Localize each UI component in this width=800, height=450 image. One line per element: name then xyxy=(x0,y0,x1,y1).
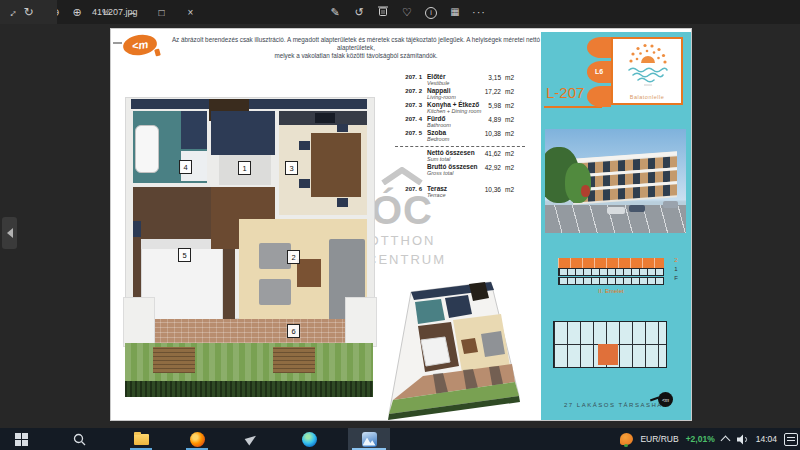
room-badge: 2 xyxy=(287,250,300,264)
table-row: 207. 5 Szoba Bedroom 10,38 m2 xyxy=(395,129,547,143)
close-button[interactable]: × xyxy=(176,0,205,24)
edge-icon xyxy=(302,432,317,447)
room-area-unit: m2 xyxy=(505,102,514,109)
isometric-render xyxy=(373,254,525,422)
room-name-hu: Nappali xyxy=(427,87,450,94)
taskbar-file-explorer-button[interactable] xyxy=(126,428,156,450)
currency-pair[interactable]: EUR/RUB xyxy=(640,434,678,444)
wing-segment-label: L6 xyxy=(587,61,611,82)
top-wall xyxy=(131,99,367,109)
room-badge: 3 xyxy=(285,161,298,175)
room-area-unit: m2 xyxy=(505,130,514,137)
stove xyxy=(315,113,335,123)
maximize-button[interactable]: □ xyxy=(147,0,176,24)
disclaimer-text: Az ábrázolt berendezés csak illusztráció… xyxy=(165,36,547,60)
zoom-in-icon[interactable]: ⊕ xyxy=(66,6,88,19)
room-badge: 5 xyxy=(178,248,191,262)
tree xyxy=(565,163,591,203)
wing-segment xyxy=(587,86,611,107)
room-area: 10,36 xyxy=(477,186,501,193)
total-row: Nettó összesen Sum total 41,62 m2 xyxy=(395,149,547,163)
brand-dot xyxy=(154,48,161,56)
taskbar-firefox-button[interactable] xyxy=(182,428,212,450)
planting-bed xyxy=(153,347,195,373)
room-number: 207. 5 xyxy=(395,130,422,136)
file-info-icon[interactable]: i xyxy=(424,5,438,19)
nightstand xyxy=(133,221,141,237)
building-wing-graphic: L6 xyxy=(587,37,611,107)
search-icon xyxy=(73,433,86,446)
table-row: 207. 4 Fürdő Bathroom 4,89 m2 xyxy=(395,115,547,129)
armchair xyxy=(259,279,291,305)
delete-icon[interactable] xyxy=(376,5,390,19)
floor-schematic xyxy=(553,321,667,368)
car xyxy=(607,207,625,214)
room-badge: 6 xyxy=(287,324,300,338)
room-name-hu: Konyha + Étkező xyxy=(427,101,479,108)
room-number: 207. 2 xyxy=(395,88,422,94)
floor-caption: II. Emelet xyxy=(558,288,664,294)
room-name-hu: Szoba xyxy=(427,129,446,136)
market-widget-icon[interactable] xyxy=(620,433,633,445)
edit-icon[interactable]: ✎ xyxy=(328,5,342,19)
total-label-hu: Nettó összesen xyxy=(427,149,475,156)
visual-search-icon[interactable]: ▦ xyxy=(448,5,462,19)
speaker-icon[interactable] xyxy=(736,434,749,445)
total-area-unit: m2 xyxy=(505,164,514,171)
bathtub xyxy=(135,125,159,173)
hedge xyxy=(125,381,373,397)
floorplan-photo[interactable]: <m Az ábrázolt berendezés csak illusztrá… xyxy=(110,28,692,421)
table-divider xyxy=(395,146,525,147)
room-name-en: Kitchen + Dining room xyxy=(427,108,481,114)
dining-chair xyxy=(337,198,348,207)
room-name-hu: Előtér xyxy=(427,73,445,80)
project-logo-box: Balatonlelle xyxy=(611,37,683,105)
system-tray: EUR/RUB +2,01% 14:04 xyxy=(620,428,798,450)
unit-label: L-207 xyxy=(546,84,584,101)
room-area: 17,22 xyxy=(477,88,501,95)
room-name-en: Vestibule xyxy=(427,80,449,86)
room-area: 5,98 xyxy=(477,102,501,109)
floor-label: 1 xyxy=(672,265,680,274)
currency-change[interactable]: +2,01% xyxy=(686,434,715,444)
windows-logo-icon xyxy=(15,433,28,446)
total-area: 41,62 xyxy=(477,150,501,157)
table-row: 207. 1 Előtér Vestibule 3,15 m2 xyxy=(395,73,547,87)
dining-table xyxy=(311,133,361,197)
left-arrow-icon xyxy=(7,228,13,238)
wing-segment xyxy=(587,37,611,58)
car xyxy=(629,205,645,212)
room-area-unit: m2 xyxy=(505,116,514,123)
building-photo xyxy=(545,129,686,233)
previous-image-button[interactable] xyxy=(2,217,17,249)
highlighted-floor xyxy=(558,258,664,268)
rocket-icon xyxy=(244,433,258,446)
disclaimer-line1: Az ábrázolt berendezés csak illusztráció… xyxy=(165,36,547,52)
room-badge: 4 xyxy=(179,160,192,174)
taskbar-search-button[interactable] xyxy=(64,428,94,450)
taskbar-photos-button[interactable] xyxy=(348,428,390,450)
action-center-icon[interactable] xyxy=(784,433,798,446)
filename-label: L207.jpg xyxy=(103,0,138,24)
dining-chair xyxy=(299,179,310,188)
favorite-icon[interactable]: ♡ xyxy=(400,5,414,19)
taskbar-edge-button[interactable] xyxy=(294,428,324,450)
sun-waves-logo xyxy=(613,39,681,87)
clock[interactable]: 14:04 xyxy=(756,434,777,444)
tray-chevron-icon[interactable] xyxy=(720,436,730,446)
dining-chair xyxy=(299,141,310,150)
planting-bed xyxy=(273,347,315,373)
see-more-icon[interactable]: ··· xyxy=(472,5,486,19)
room-badge: 1 xyxy=(238,161,251,175)
photos-app-icon: ↻ xyxy=(23,5,33,19)
room-number: 207. 4 xyxy=(395,116,422,122)
red-bush xyxy=(581,185,590,197)
start-button[interactable] xyxy=(6,428,36,450)
brand-dash xyxy=(113,42,122,44)
rotate-icon[interactable]: ↺ xyxy=(352,5,366,19)
brand-logo: <m xyxy=(122,33,158,58)
total-area-unit: m2 xyxy=(505,150,514,157)
taskbar-app-button[interactable] xyxy=(236,428,266,450)
room-area: 4,89 xyxy=(477,116,501,123)
floorplan-render: 1 2 3 4 5 6 xyxy=(123,97,379,399)
